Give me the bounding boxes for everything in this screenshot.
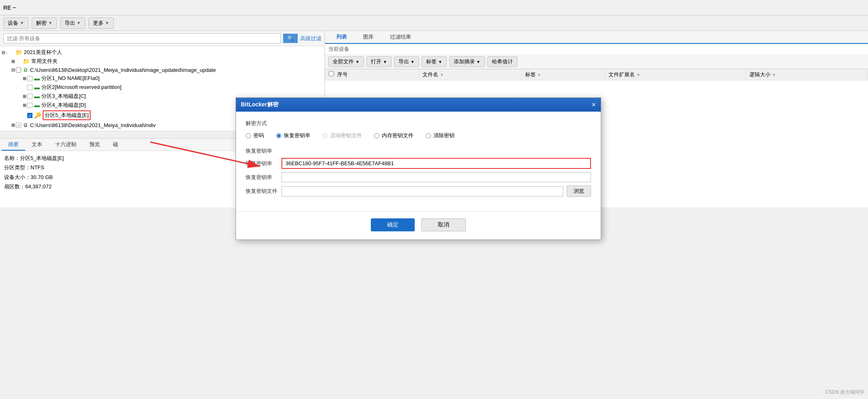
decrypt-method-label: 解密方式 [246,120,591,127]
tree-label-folder1: 常用文件夹 [31,58,58,65]
watermark: CSDN @大喵同学 [825,389,865,396]
tab-preview[interactable]: 预览 [83,139,106,151]
partition-icon-4: ▬ [34,102,40,108]
open-dropdown-arrow: ▼ [383,60,387,64]
ok-button[interactable]: 确定 [371,218,415,231]
recovery-key-file-label: 恢复密钥文件 [246,188,278,195]
radio-memory-key[interactable]: 内存密钥文件 [374,132,413,139]
recovery-key-row-2: 恢复密钥串 [246,172,591,182]
partition-icon-5: 🔑 [34,112,41,119]
all-files-button[interactable]: 全部文件 ▼ [328,56,364,67]
recovery-key-label-1: 恢复密钥串 [246,160,278,167]
dialog-footer: 确定 取消 [236,211,601,239]
right-toolbar: 全部文件 ▼ 打开 ▼ 导出 ▼ 标签 ▼ 添加摘录 ▼ 哈希值计 [325,55,868,69]
export-dropdown-arrow: ▼ [77,21,81,25]
tree-label-drive1: C:\Users\86138\Desktop\2021_Meiya_Indivi… [30,67,216,73]
add-excerpt-dropdown-arrow: ▼ [476,60,481,64]
right-export-button[interactable]: 导出 ▼ [394,56,419,67]
tree-item-folder1[interactable]: ⊞ 📁 常用文件夹 [0,57,325,66]
ext-sort-icon: ▼ [636,73,641,77]
export-button[interactable]: 导出 ▼ [60,17,85,29]
device-button[interactable]: 设备 ▼ [3,17,28,29]
dialog-body: 解密方式 密码 恢复密钥串 启动密钥文件 内存密钥文件 [236,112,601,211]
recovery-key-row-1: 恢复密钥串 [246,158,591,169]
filename-sort-icon: ▼ [440,73,444,77]
tab-summary[interactable]: 摘要 [2,139,25,151]
open-button[interactable]: 打开 ▼ [366,56,392,67]
tree-label-part4: 分区4_本地磁盘[D] [41,101,86,109]
tab-hex[interactable]: 十六进制 [49,139,83,151]
partition-icon-2: ▬ [34,84,40,91]
recovery-key-section: 恢复密钥串 恢复密钥串 恢复密钥串 恢复密钥文件 浏览 [246,147,591,197]
filter-search-button[interactable]: 🔍 [283,34,298,43]
recovery-key-label-2: 恢复密钥串 [246,174,278,181]
recovery-key-section-title: 恢复密钥串 [246,147,591,155]
tab-text[interactable]: 文本 [25,139,49,151]
dialog-close-button[interactable]: × [591,101,596,108]
tree-label-part2: 分区2[Microsoft reserved partition] [41,84,121,91]
tree-label-drive2: C:\Users\86138\Desktop\2021_Meiya_Indivi… [30,122,156,128]
search-icon: 🔍 [287,35,294,41]
recovery-key-file-row: 恢复密钥文件 浏览 [246,185,591,197]
radio-memory-key-input[interactable] [374,133,379,138]
radio-recovery-key[interactable]: 恢复密钥串 [276,132,310,139]
size-sort-icon: ▼ [772,73,776,77]
add-excerpt-button[interactable]: 添加摘录 ▼ [449,56,485,67]
decrypt-method-section: 解密方式 密码 恢复密钥串 启动密钥文件 内存密钥文件 [246,120,591,139]
filter-input[interactable] [3,33,281,43]
radio-password[interactable]: 密码 [246,132,264,139]
tree-label-part5: 分区5_本地磁盘[E] [43,110,91,120]
filter-bar: 🔍 高级过滤 [0,31,325,46]
device-dropdown-arrow: ▼ [20,21,24,25]
radio-recovery-key-input[interactable] [276,133,281,138]
tree-label-part3: 分区3_本地磁盘[C] [41,93,86,100]
tag-sort-icon: ▼ [537,73,541,77]
tree-item-part2[interactable]: ⊞ ▬ 分区2[Microsoft reserved partition] [0,83,325,92]
radio-startup-key[interactable]: 启动密钥文件 [323,132,362,139]
tree-item-root1[interactable]: ⊟ - 📁 2021美亚杯个人 [0,48,325,57]
recovery-key-input-2[interactable] [281,172,591,182]
tree-item-part1[interactable]: ⊞ ▬ 分区1_NO NAME[EFIa0] [0,74,325,83]
right-tab-filter[interactable]: 过滤结果 [382,31,419,43]
col-header-filename[interactable]: 文件名 ▼ [419,69,522,80]
tree-item-drive1[interactable]: ⊟ 🖥 C:\Users\86138\Desktop\2021_Meiya_In… [0,66,325,74]
recovery-key-file-input[interactable] [281,186,563,196]
recovery-key-input-1[interactable] [281,158,591,169]
right-tab-gallery[interactable]: 图库 [355,31,382,43]
tree-label-root1: 2021美亚杯个人 [24,49,62,56]
radio-startup-key-input[interactable] [323,133,328,138]
tag-button[interactable]: 标签 ▼ [422,56,447,67]
current-device-label: 当前设备 [325,44,868,55]
radio-password-input[interactable] [246,133,251,138]
radio-clear-key-input[interactable] [426,133,431,138]
decrypt-dropdown-arrow: ▼ [48,21,52,25]
partition-icon-3: ▬ [34,93,40,99]
advanced-filter-link[interactable]: 高级过滤 [300,35,321,42]
title-text: RE ~ [3,4,16,11]
col-header-size[interactable]: 逻辑大小 ▼ [746,69,868,80]
more-dropdown-arrow: ▼ [105,21,109,25]
col-header-ext[interactable]: 文件扩展名 ▼ [605,69,746,80]
bitlocker-dialog: BitLocker解密 × 解密方式 密码 恢复密钥串 启动密钥文件 [236,97,601,240]
cancel-button[interactable]: 取消 [421,218,466,231]
hash-button[interactable]: 哈希值计 [487,56,517,67]
decrypt-button[interactable]: 解密 ▼ [32,17,57,29]
drive-icon: 🖥 [23,67,28,73]
browse-button[interactable]: 浏览 [567,185,591,197]
folder-icon-2: 📁 [23,58,30,65]
more-button[interactable]: 更多 ▼ [89,17,114,29]
drive-icon-2: 🖥 [23,122,28,128]
right-tabs: 列表 图库 过滤结果 [325,31,868,44]
all-files-dropdown-arrow: ▼ [355,60,359,64]
tree-checkbox-drive1[interactable] [16,67,21,73]
title-bar: RE ~ [0,0,868,15]
right-tab-list[interactable]: 列表 [328,31,355,44]
col-header-tag[interactable]: 标签 ▼ [522,69,605,80]
partition-icon-1: ▬ [34,75,40,82]
tag-dropdown-arrow: ▼ [438,60,442,64]
tab-disk[interactable]: 磁 [106,139,125,151]
dialog-titlebar: BitLocker解密 × [236,98,601,112]
radio-clear-key[interactable]: 清除密钥 [426,132,455,139]
select-all-checkbox[interactable] [329,71,334,76]
decrypt-radio-group: 密码 恢复密钥串 启动密钥文件 内存密钥文件 清除密钥 [246,132,591,139]
